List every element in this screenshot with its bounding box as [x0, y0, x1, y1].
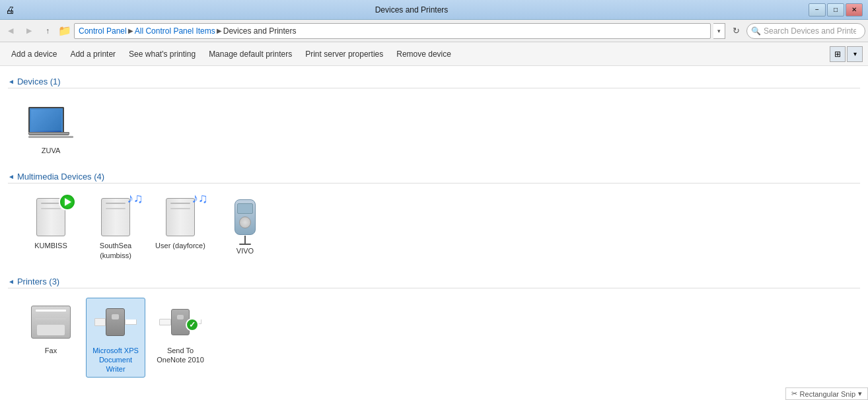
title-bar: 🖨 Devices and Printers − □ ✕	[0, 0, 868, 20]
breadcrumb-current: Devices and Printers	[223, 26, 297, 36]
device-item-onenote[interactable]: ✓ Send ToOneNote 2010	[151, 298, 210, 378]
search-icon: 🔍	[751, 26, 761, 36]
breadcrumb-bar: Control Panel ▶ All Control Panel Items …	[74, 23, 711, 39]
laptop-icon	[30, 101, 72, 143]
add-printer-button[interactable]: Add a printer	[64, 45, 122, 63]
app-icon: 🖨	[5, 5, 15, 15]
device-label-fax: Fax	[45, 346, 57, 355]
search-input[interactable]	[764, 26, 856, 36]
snip-tool-bar: ✂ Rectangular Snip ▾	[785, 387, 868, 400]
printers-section-header: ◄ Printers (3)	[8, 277, 860, 288]
minimize-button[interactable]: −	[809, 3, 826, 17]
printers-grid: Fax Microsoft XPSDocument Writer ✓	[8, 295, 860, 385]
devices-grid: ZUVA	[8, 95, 860, 166]
device-item-xps[interactable]: Microsoft XPSDocument Writer	[86, 298, 145, 378]
manage-default-button[interactable]: Manage default printers	[203, 45, 298, 63]
toolbar-right: ⊞ ▾	[830, 46, 863, 62]
device-label-onenote: Send ToOneNote 2010	[157, 346, 204, 365]
devices-collapse-triangle[interactable]: ◄	[8, 78, 15, 85]
forward-button[interactable]: ▶	[21, 23, 37, 39]
multimedia-section-header: ◄ Multimedia Devices (4)	[8, 172, 860, 183]
device-label-southsea: SouthSea(kumbiss)	[100, 241, 131, 260]
snip-tool-label: Rectangular Snip	[800, 390, 855, 398]
device-item-user-dayforce[interactable]: ♪♫ User (dayforce)	[151, 193, 210, 263]
address-dropdown[interactable]: ▾	[713, 23, 725, 39]
media-tower-music2-icon: ♪♫	[159, 196, 201, 238]
toolbar: Add a device Add a printer See what's pr…	[0, 42, 868, 66]
device-item-kumbiss[interactable]: KUMBISS	[21, 193, 81, 263]
multimedia-collapse-triangle[interactable]: ◄	[8, 173, 15, 180]
media-tower-music-icon: ♪♫	[94, 196, 137, 238]
breadcrumb-sep-2: ▶	[217, 27, 222, 34]
view-button[interactable]: ⊞	[830, 46, 846, 62]
print-server-button[interactable]: Print server properties	[299, 45, 389, 63]
add-device-button[interactable]: Add a device	[5, 45, 63, 63]
address-bar: ◀ ▶ ↑ 📁 Control Panel ▶ All Control Pane…	[0, 20, 868, 42]
breadcrumb-all-items[interactable]: All Control Panel Items	[135, 26, 215, 36]
main-content: ◄ Devices (1) ZUVA ◄ Multimedia Devices …	[0, 66, 868, 400]
device-item-zuva[interactable]: ZUVA	[21, 98, 81, 158]
snip-tool-icon: ✂	[791, 389, 797, 398]
device-label-vivo: VIVO	[236, 246, 254, 255]
back-button[interactable]: ◀	[3, 23, 18, 39]
window-controls: − □ ✕	[809, 3, 863, 17]
maximize-button[interactable]: □	[827, 3, 844, 17]
fax-icon	[30, 301, 72, 343]
onenote-printer-icon: ✓	[159, 301, 201, 343]
mp3-player-icon	[224, 196, 266, 238]
media-tower-play-icon	[30, 196, 72, 238]
remove-device-button[interactable]: Remove device	[390, 45, 457, 63]
breadcrumb-control-panel[interactable]: Control Panel	[79, 26, 127, 36]
device-item-fax[interactable]: Fax	[21, 298, 81, 378]
device-label-kumbiss: KUMBISS	[34, 241, 67, 250]
see-whats-printing-button[interactable]: See what's printing	[123, 45, 201, 63]
breadcrumb-sep-1: ▶	[128, 27, 133, 34]
multimedia-grid: KUMBISS ♪♫ SouthSea(kumbiss) ♪♫	[8, 190, 860, 271]
snip-tool-dropdown[interactable]: ▾	[858, 389, 862, 398]
view-dropdown-button[interactable]: ▾	[847, 46, 863, 62]
device-item-vivo[interactable]: VIVO	[215, 193, 275, 263]
refresh-button[interactable]: ↻	[728, 23, 744, 39]
up-button[interactable]: ↑	[40, 23, 55, 39]
device-label-xps: Microsoft XPSDocument Writer	[89, 346, 142, 374]
multimedia-section-title: Multimedia Devices (4)	[17, 172, 104, 182]
window-title: Devices and Printers	[15, 5, 809, 15]
folder-icon: 📁	[58, 24, 71, 37]
search-box[interactable]: 🔍	[746, 23, 865, 39]
device-item-southsea[interactable]: ♪♫ SouthSea(kumbiss)	[86, 193, 145, 263]
devices-section-header: ◄ Devices (1)	[8, 77, 860, 88]
device-label-zuva: ZUVA	[42, 146, 61, 155]
printers-section-title: Printers (3)	[17, 277, 59, 286]
printers-collapse-triangle[interactable]: ◄	[8, 278, 15, 285]
device-label-user-dayforce: User (dayforce)	[155, 241, 205, 250]
devices-section-title: Devices (1)	[17, 77, 61, 86]
close-button[interactable]: ✕	[846, 3, 863, 17]
xps-printer-icon	[94, 301, 137, 343]
